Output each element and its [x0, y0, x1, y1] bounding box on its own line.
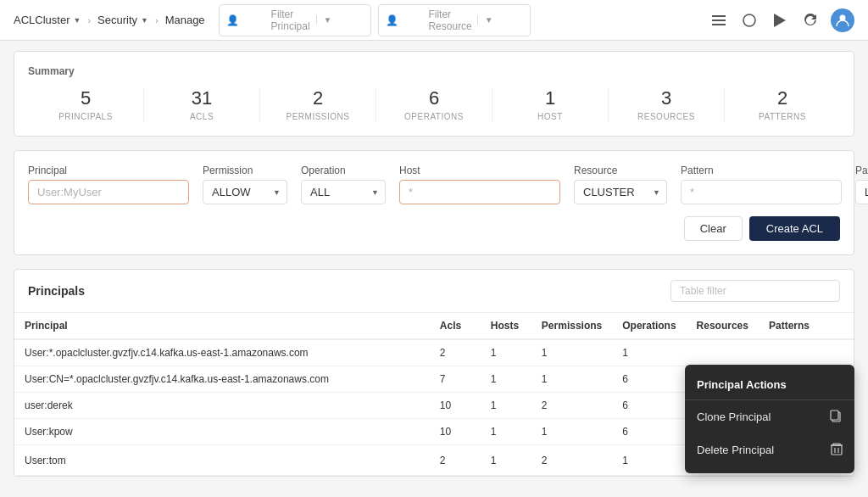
- play-icon[interactable]: [770, 10, 790, 31]
- context-menu-title: Principal Actions: [685, 371, 854, 400]
- cell-row-actions[interactable]: [820, 339, 854, 366]
- col-actions: [820, 313, 854, 339]
- breadcrumb-security-label: Security: [97, 14, 137, 26]
- cell-permissions: 2: [531, 445, 612, 476]
- stat-resources-label: RESOURCES: [637, 112, 695, 121]
- breadcrumb-security[interactable]: Security ▼: [97, 14, 148, 26]
- circle-icon[interactable]: [739, 10, 760, 31]
- pattern-type-select[interactable]: LITERAL PREFIXED ANY MATCH: [855, 180, 868, 204]
- stat-permissions-label: PERMISSIONS: [287, 112, 350, 121]
- principal-label: Principal: [28, 165, 189, 176]
- cell-operations: 6: [612, 393, 686, 419]
- context-menu: Principal Actions Clone Principal Delete…: [685, 365, 854, 473]
- form-actions: Clear Create ACL: [28, 216, 840, 241]
- filter-principal-text: Filter Principal: [271, 8, 311, 32]
- resource-select-wrap: CLUSTER TOPIC GROUP: [574, 180, 667, 204]
- filter-principal-arrow: ▼: [316, 15, 364, 25]
- stat-principals-value: 5: [28, 87, 143, 109]
- cell-operations: 1: [612, 445, 686, 476]
- cell-hosts: 1: [481, 339, 531, 366]
- host-input[interactable]: [399, 180, 560, 204]
- filter-resource-arrow: ▼: [477, 15, 523, 25]
- clone-icon: [829, 409, 843, 425]
- cell-operations: 6: [612, 419, 686, 445]
- cell-permissions: 1: [531, 419, 612, 445]
- stat-acls-label: ACLS: [190, 112, 214, 121]
- summary-card: Summary 5 PRINCIPALS 31 ACLS 2 PERMISSIO…: [14, 51, 854, 137]
- svg-rect-2: [712, 24, 726, 25]
- pattern-type-select-wrap: LITERAL PREFIXED ANY MATCH: [855, 180, 868, 204]
- stat-operations-value: 6: [376, 87, 492, 109]
- col-operations: Operations: [612, 313, 686, 339]
- permission-field: Permission ALLOW DENY: [203, 165, 287, 204]
- breadcrumb-arrow-2: ›: [155, 15, 159, 25]
- user-avatar[interactable]: [831, 8, 854, 32]
- col-resources: Resources: [687, 313, 759, 339]
- stat-operations-label: OPERATIONS: [404, 112, 464, 121]
- principal-input[interactable]: [28, 180, 189, 204]
- pattern-type-label: Pattern Type: [855, 165, 868, 176]
- stat-patterns-value: 2: [725, 87, 840, 109]
- stat-patterns-label: PATTERNS: [759, 112, 806, 121]
- permission-select[interactable]: ALLOW DENY: [203, 180, 287, 204]
- svg-rect-1: [712, 20, 726, 21]
- cell-principal: user:derek: [14, 393, 430, 419]
- resource-select[interactable]: CLUSTER TOPIC GROUP: [574, 180, 667, 204]
- pattern-input[interactable]: [681, 180, 842, 204]
- clone-principal-item[interactable]: Clone Principal: [685, 400, 854, 433]
- svg-marker-4: [774, 14, 786, 27]
- stat-principals: 5 PRINCIPALS: [28, 87, 143, 122]
- create-acl-button[interactable]: Create ACL: [749, 216, 840, 241]
- breadcrumb-security-chevron: ▼: [141, 16, 148, 25]
- table-filter-input[interactable]: [670, 280, 840, 302]
- clear-button[interactable]: Clear: [684, 216, 743, 241]
- stat-permissions-value: 2: [260, 87, 376, 109]
- cell-operations: 6: [612, 366, 686, 393]
- stat-principals-label: PRINCIPALS: [58, 112, 113, 121]
- stat-patterns: 2 PATTERNS: [725, 87, 840, 122]
- cell-operations: 1: [612, 339, 686, 366]
- operation-select-wrap: ALL READ WRITE CREATE DELETE: [301, 180, 386, 204]
- filter-principal-dropdown[interactable]: 👤 Filter Principal ▼: [219, 4, 371, 36]
- host-label: Host: [399, 165, 560, 176]
- stat-acls: 31 ACLS: [144, 87, 259, 122]
- table-title: Principals: [28, 284, 85, 298]
- operation-select[interactable]: ALL READ WRITE CREATE DELETE: [301, 180, 386, 204]
- summary-stats: 5 PRINCIPALS 31 ACLS 2 PERMISSIONS 6 OPE…: [28, 87, 840, 122]
- cell-hosts: 1: [481, 445, 531, 476]
- cell-hosts: 1: [481, 419, 531, 445]
- svg-point-3: [743, 14, 755, 26]
- breadcrumb-aclcluster[interactable]: ACLCluster ▼: [14, 14, 81, 26]
- resource-filter-person-icon: 👤: [386, 14, 424, 26]
- app-header: ACLCluster ▼ › Security ▼ › Manage 👤 Fil…: [0, 0, 868, 41]
- stat-permissions: 2 PERMISSIONS: [260, 87, 376, 122]
- breadcrumb-manage-label: Manage: [165, 14, 205, 26]
- cell-resources: [687, 339, 759, 366]
- principal-field: Principal: [28, 165, 189, 204]
- cell-permissions: 1: [531, 339, 612, 366]
- cell-hosts: 1: [481, 393, 531, 419]
- svg-rect-8: [832, 445, 842, 455]
- table-row: User:*.opaclcluster.gvzfjv.c14.kafka.us-…: [14, 339, 854, 366]
- col-acls: Acls: [430, 313, 481, 339]
- filter-row: Principal Permission ALLOW DENY Operatio…: [28, 165, 840, 204]
- stat-host-value: 1: [492, 87, 608, 109]
- header-filters: 👤 Filter Principal ▼ 👤 Filter Resource ▼: [219, 4, 702, 36]
- col-permissions: Permissions: [531, 313, 612, 339]
- list-icon[interactable]: [709, 10, 729, 31]
- table-header-row: Principal Acls Hosts Permissions Operati…: [14, 313, 854, 339]
- cell-patterns: [759, 339, 820, 366]
- trash-icon: [831, 442, 843, 458]
- cell-principal: User:kpow: [14, 419, 430, 445]
- breadcrumb-aclcluster-label: ACLCluster: [14, 14, 70, 26]
- principal-filter-person-icon: 👤: [226, 14, 266, 26]
- refresh-icon[interactable]: [800, 10, 821, 31]
- delete-principal-item[interactable]: Delete Principal: [685, 433, 854, 466]
- col-patterns: Patterns: [759, 313, 820, 339]
- summary-title: Summary: [28, 65, 840, 77]
- cell-acls: 10: [430, 419, 481, 445]
- filter-resource-dropdown[interactable]: 👤 Filter Resource ▼: [378, 4, 531, 36]
- pattern-field: Pattern: [681, 165, 842, 204]
- clone-principal-label: Clone Principal: [697, 410, 771, 423]
- stat-host: 1 HOST: [492, 87, 608, 122]
